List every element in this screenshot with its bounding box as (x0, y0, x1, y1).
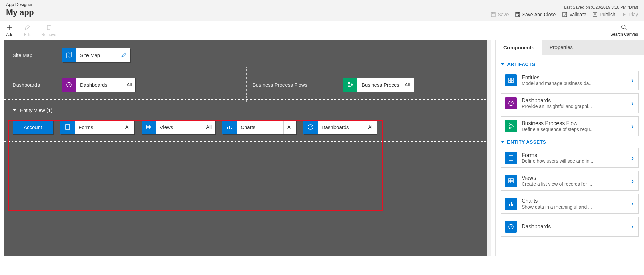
sitemap-tile[interactable]: Site Map (62, 48, 130, 62)
validate-icon (562, 12, 567, 17)
grid-icon (505, 175, 517, 187)
entity-dashboards-tile-label: Dashboards (318, 120, 365, 134)
svg-rect-23 (511, 81, 513, 83)
svg-rect-17 (231, 128, 232, 129)
map-icon (62, 48, 76, 62)
svg-rect-32 (511, 202, 512, 206)
svg-rect-4 (563, 12, 567, 17)
dashboards-label: Dashboards (13, 82, 56, 88)
svg-rect-3 (517, 12, 519, 14)
pencil-icon (24, 24, 31, 31)
card-bpf[interactable]: Business Process Flow Define a sequence … (501, 116, 639, 136)
plus-icon (6, 24, 14, 31)
views-tile[interactable]: Views All (142, 120, 215, 134)
validate-button[interactable]: Validate (562, 12, 586, 17)
svg-point-26 (509, 127, 510, 129)
svg-rect-21 (511, 78, 513, 80)
svg-rect-16 (229, 126, 230, 129)
card-entity-dashboards[interactable]: Dashboards › (501, 217, 639, 237)
save-close-icon (515, 12, 520, 17)
forms-tile-label: Forms (75, 120, 122, 134)
svg-rect-1 (492, 12, 494, 14)
card-entities[interactable]: Entities Model and manage business da...… (501, 71, 639, 90)
forms-tile[interactable]: Forms All (60, 120, 134, 134)
svg-point-9 (348, 82, 350, 84)
chart-icon (505, 198, 517, 210)
svg-rect-0 (491, 12, 495, 17)
play-icon (621, 12, 627, 17)
svg-point-27 (512, 126, 513, 127)
svg-point-7 (622, 25, 625, 29)
svg-rect-20 (509, 78, 511, 80)
svg-rect-31 (509, 204, 510, 206)
search-icon (621, 24, 627, 31)
dashboards-tag[interactable]: All (123, 78, 135, 92)
chevron-right-icon: › (631, 100, 634, 107)
svg-marker-6 (623, 13, 626, 16)
publish-icon (592, 12, 598, 17)
chart-icon (222, 120, 237, 134)
dashboards-tile[interactable]: Dashboards All (62, 78, 135, 92)
play-button[interactable]: Play (621, 12, 638, 17)
design-canvas[interactable]: Site Map Site Map Dashbo (4, 40, 491, 256)
svg-rect-33 (512, 204, 513, 206)
tab-components[interactable]: Components (496, 40, 542, 55)
save-icon (491, 12, 496, 17)
card-charts[interactable]: Charts Show data in a meaningful and ...… (501, 194, 639, 214)
views-tag[interactable]: All (203, 120, 215, 134)
form-icon (60, 120, 75, 134)
entity-view-header[interactable]: Entity View (1) (13, 107, 479, 113)
svg-marker-12 (13, 109, 16, 111)
sitemap-edit-button[interactable] (117, 48, 130, 62)
charts-tile[interactable]: Charts All (222, 120, 296, 134)
chevron-right-icon: › (631, 77, 634, 84)
sitemap-label: Site Map (13, 52, 56, 58)
flow-icon (343, 78, 357, 92)
entity-dashboards-tag[interactable]: All (365, 120, 377, 134)
chevron-right-icon: › (631, 123, 634, 130)
svg-rect-30 (509, 179, 513, 183)
save-and-close-button[interactable]: Save And Close (515, 12, 556, 17)
card-forms[interactable]: Forms Define how users will see and in..… (501, 148, 639, 168)
dashboards-tile-label: Dashboards (76, 78, 123, 92)
caret-down-icon (501, 140, 504, 144)
chevron-right-icon: › (631, 155, 634, 162)
last-saved-label: Last Saved on :6/20/2019 3:16 PM *Draft (491, 5, 638, 10)
artifacts-header[interactable]: ARTIFACTS (501, 62, 639, 67)
svg-rect-22 (509, 81, 511, 83)
chevron-right-icon: › (631, 177, 634, 185)
page-title: My app (6, 8, 34, 17)
dashboard-icon (505, 221, 517, 233)
svg-marker-28 (501, 141, 504, 143)
add-button[interactable]: Add (6, 24, 14, 37)
chevron-right-icon: › (631, 200, 634, 208)
charts-tag[interactable]: All (284, 120, 296, 134)
save-button[interactable]: Save (491, 12, 509, 17)
svg-rect-14 (146, 125, 151, 129)
entity-dashboards-tile[interactable]: Dashboards All (303, 120, 377, 134)
tab-properties[interactable]: Properties (542, 40, 644, 55)
publish-button[interactable]: Publish (592, 12, 615, 17)
entity-assets-header[interactable]: ENTITY ASSETS (501, 139, 639, 145)
remove-button: Remove (41, 24, 56, 37)
svg-marker-19 (501, 63, 504, 65)
entity-account-tile[interactable]: Account (13, 120, 53, 134)
svg-point-10 (348, 86, 350, 87)
bpf-tag[interactable]: All (401, 78, 414, 92)
caret-down-icon (13, 108, 17, 112)
forms-tag[interactable]: All (122, 120, 134, 134)
bpf-label: Business Process Flows (253, 82, 308, 88)
right-panel: Components Properties ARTIFACTS Entities… (495, 40, 644, 256)
card-dashboards[interactable]: Dashboards Provide an insightful and gra… (501, 93, 639, 113)
sitemap-tile-label: Site Map (76, 48, 117, 62)
dashboard-icon (505, 97, 517, 109)
svg-rect-15 (227, 127, 228, 129)
grid-icon (142, 120, 156, 134)
search-canvas-button[interactable]: Search Canvas (610, 24, 638, 37)
dashboard-icon (303, 120, 318, 134)
card-views[interactable]: Views Create a list view of records for … (501, 171, 639, 191)
trash-icon (45, 24, 52, 31)
bpf-tile[interactable]: Business Proces... All (343, 78, 414, 92)
entities-icon (505, 74, 517, 86)
flow-icon (505, 120, 517, 132)
